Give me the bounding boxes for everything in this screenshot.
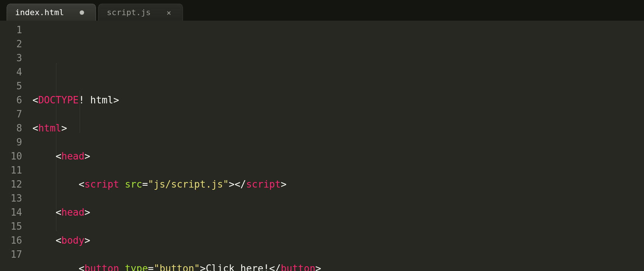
code-token: = [148,261,154,271]
code-token: < [56,149,62,163]
tab-index-html[interactable]: index.html [7,4,96,21]
code-token: < [32,121,38,135]
code-token: > [315,261,321,271]
code-line[interactable]: <DOCTYPE! html> [32,93,644,107]
close-icon[interactable]: ✕ [166,9,172,16]
code-token: body [61,233,84,247]
line-number: 8 [0,121,22,135]
code-line[interactable] [32,191,644,205]
code-token: "button" [154,261,200,271]
line-number-gutter: 1234567891011121314151617 [0,21,29,271]
code-line[interactable] [32,163,644,177]
code-token: ></ [229,177,246,191]
line-number: 12 [0,177,22,191]
code-token: script [84,177,125,191]
line-number: 4 [0,65,22,79]
line-number: 2 [0,37,22,51]
code-token: DOCTYPE [38,93,79,107]
code-line[interactable]: <head> [32,149,644,163]
line-number: 3 [0,51,22,65]
line-number: 15 [0,219,22,233]
line-number: 1 [0,23,22,37]
code-token: < [56,233,62,247]
line-number: 17 [0,247,22,261]
code-line[interactable]: <body> [32,233,644,247]
code-line[interactable] [32,107,644,121]
code-line[interactable]: <head> [32,205,644,219]
code-token: > [61,121,67,135]
dirty-dot-icon [79,9,85,16]
code-token: > [84,205,90,219]
code-token: < [32,93,38,107]
code-token: > [200,261,206,271]
code-token: < [56,205,62,219]
code-token: > [84,149,90,163]
code-token: type [125,261,148,271]
code-token: button [84,261,125,271]
code-line[interactable] [32,135,644,149]
code-line[interactable]: <html> [32,121,644,135]
code-token: script [246,177,281,191]
code-editor[interactable]: 1234567891011121314151617 <DOCTYPE! html… [0,21,644,271]
code-line[interactable] [32,219,644,233]
code-token: head [61,205,84,219]
code-token: ! html [79,93,113,107]
code-token: = [142,177,148,191]
code-token: < [79,177,84,191]
code-line[interactable] [32,247,644,261]
line-number: 11 [0,163,22,177]
code-token: html [38,121,62,135]
code-token: > [281,177,287,191]
code-token: </ [269,261,281,271]
line-number: 10 [0,149,22,163]
code-token: > [84,233,90,247]
line-number: 14 [0,205,22,219]
code-token: button [281,261,315,271]
code-token: Click here! [206,261,269,271]
tab-script-js[interactable]: script.js ✕ [98,4,183,21]
line-number: 6 [0,93,22,107]
code-token: "js/script.js" [148,177,229,191]
tab-label: script.js [107,8,150,17]
tab-bar: index.html script.js ✕ [0,0,644,21]
code-line[interactable]: <script src="js/script.js"></script> [32,177,644,191]
tab-label: index.html [15,8,64,17]
line-number: 5 [0,79,22,93]
line-number: 7 [0,107,22,121]
code-line[interactable]: <button type="button">Click here!</butto… [32,261,644,271]
code-token: src [125,177,142,191]
line-number: 13 [0,191,22,205]
line-number: 16 [0,233,22,247]
code-token: < [79,261,84,271]
code-token: head [61,149,84,163]
code-token: > [113,93,119,107]
line-number: 9 [0,135,22,149]
code-area[interactable]: <DOCTYPE! html><html> <head> <script src… [29,21,644,271]
